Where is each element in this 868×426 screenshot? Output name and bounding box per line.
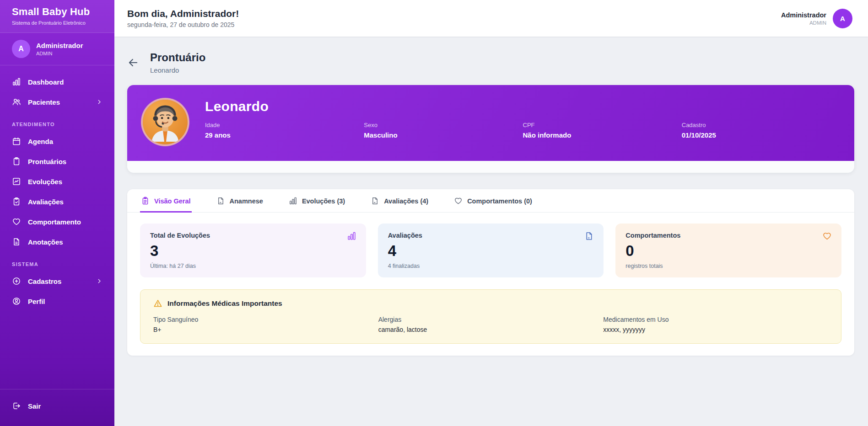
record-tabs-card: Visão Geral Anamnese Evoluções (3) Avali… (127, 189, 854, 356)
tab-content-visao-geral: Total de Evoluções 3 Última: há 27 dias … (127, 213, 854, 356)
field-label: Tipo Sanguíneo (153, 316, 378, 323)
sidebar-item-label: Cadastros (28, 277, 61, 285)
sidebar-item-label: Perfil (28, 298, 45, 305)
file-icon (216, 197, 225, 205)
clipboard-icon (12, 157, 21, 166)
tab-evolucoes[interactable]: Evoluções (3) (288, 189, 346, 213)
patient-field-idade: Idade 29 anos (205, 122, 364, 139)
sidebar-user-card[interactable]: A Administrador ADMIN (0, 33, 114, 65)
chevron-right-icon (96, 99, 102, 105)
stat-subtitle: Última: há 27 dias (150, 263, 356, 269)
field-value: camarão, lactose (378, 326, 604, 333)
page-title: Prontuário (150, 51, 205, 64)
plus-circle-icon (12, 277, 21, 286)
arrow-left-icon (127, 57, 139, 69)
stat-title: Avaliações (388, 232, 594, 239)
app-window: Small Baby Hub Sistema de Prontuário Ele… (0, 0, 868, 426)
sidebar-item-label: Dashboard (28, 78, 64, 86)
tab-bar: Visão Geral Anamnese Evoluções (3) Avali… (127, 189, 854, 213)
stat-subtitle: 4 finalizadas (388, 263, 594, 269)
file-icon (371, 197, 379, 205)
sidebar-section-atendimento: ATENDIMENTO (0, 112, 114, 131)
sidebar-item-anotacoes[interactable]: Anotações (0, 232, 114, 252)
medical-field-medicamentos: Medicamentos em Uso xxxxx, yyyyyyy (603, 316, 828, 333)
patient-banner: Leonardo Idade 29 anos Sexo Masculino (127, 85, 854, 161)
sidebar-item-cadastros[interactable]: Cadastros (0, 271, 114, 291)
logout-button[interactable]: Sair (0, 396, 114, 416)
bar-chart-icon (289, 197, 297, 205)
sidebar-item-label: Evoluções (28, 178, 62, 186)
page-head: Prontuário Leonardo (127, 51, 854, 74)
sidebar-item-avaliacoes[interactable]: Avaliações (0, 192, 114, 212)
tab-anamnese[interactable]: Anamnese (216, 189, 264, 213)
sidebar-item-evolucoes[interactable]: Evoluções (0, 171, 114, 192)
field-label: Idade (205, 122, 364, 128)
sidebar-item-label: Agenda (28, 138, 53, 145)
back-button[interactable] (127, 57, 139, 69)
stat-value: 3 (150, 242, 356, 260)
main-area: Bom dia, Administrador! segunda-feira, 2… (114, 0, 868, 426)
tab-avaliacoes[interactable]: Avaliações (4) (370, 189, 429, 213)
sidebar-user-avatar: A (12, 40, 30, 58)
tab-label: Avaliações (4) (384, 197, 428, 205)
stat-value: 4 (388, 242, 594, 260)
page-subtitle: Leonardo (150, 66, 205, 74)
topbar-user-name: Administrador (781, 11, 826, 19)
tab-visao-geral[interactable]: Visão Geral (140, 189, 192, 213)
sidebar-item-label: Prontuários (28, 158, 66, 165)
sidebar-item-prontuarios[interactable]: Prontuários (0, 151, 114, 171)
field-value: 29 anos (205, 131, 364, 139)
tab-label: Visão Geral (154, 197, 191, 205)
patient-fields: Idade 29 anos Sexo Masculino CPF Não inf… (205, 122, 841, 139)
logout-label: Sair (28, 402, 41, 410)
clipboard-check-icon (12, 197, 21, 206)
chevron-right-icon (96, 278, 102, 284)
field-value: 01/10/2025 (682, 131, 841, 139)
patient-avatar-illustration (143, 100, 188, 144)
field-label: CPF (523, 122, 682, 128)
sidebar-item-perfil[interactable]: Perfil (0, 291, 114, 311)
tab-label: Evoluções (3) (302, 197, 345, 205)
heart-icon (12, 217, 21, 226)
tab-label: Anamnese (230, 197, 263, 205)
field-label: Cadastro (682, 122, 841, 128)
users-icon (12, 97, 21, 106)
patient-avatar (141, 98, 189, 146)
heart-icon (822, 231, 832, 243)
patient-card-footer (127, 161, 854, 173)
sidebar-item-dashboard[interactable]: Dashboard (0, 72, 114, 92)
sidebar-item-agenda[interactable]: Agenda (0, 131, 114, 151)
sidebar-footer: Sair (0, 389, 114, 426)
medical-info-fields: Tipo Sanguíneo B+ Alergias camarão, lact… (153, 316, 828, 333)
field-label: Sexo (364, 122, 523, 128)
sidebar-section-sistema: SISTEMA (0, 252, 114, 271)
medical-info-box: Informações Médicas Importantes Tipo San… (140, 289, 841, 344)
trend-chart-icon (12, 177, 21, 186)
stats-row: Total de Evoluções 3 Última: há 27 dias … (140, 224, 841, 277)
greeting-date: segunda-feira, 27 de outubro de 2025 (127, 21, 239, 28)
field-label: Medicamentos em Uso (603, 316, 828, 323)
brand-title: Small Baby Hub (12, 6, 102, 18)
calendar-icon (12, 137, 21, 146)
brand: Small Baby Hub Sistema de Prontuário Ele… (0, 0, 114, 33)
note-icon (12, 237, 21, 246)
medical-field-tipo-sanguineo: Tipo Sanguíneo B+ (153, 316, 378, 333)
field-label: Alergias (378, 316, 604, 323)
stat-value: 0 (625, 242, 831, 260)
topbar-avatar[interactable]: A (833, 9, 852, 28)
stat-card-comportamentos: Comportamentos 0 registros totais (615, 224, 841, 277)
sidebar-item-pacientes[interactable]: Pacientes (0, 92, 114, 112)
sidebar-item-comportamento[interactable]: Comportamento (0, 212, 114, 232)
logout-icon (12, 401, 21, 410)
patient-name: Leonardo (205, 99, 841, 114)
bar-chart-icon (347, 231, 356, 243)
topbar-user-role: ADMIN (781, 20, 826, 26)
sidebar-item-label: Avaliações (28, 198, 64, 206)
sidebar-item-label: Pacientes (28, 98, 60, 106)
warning-icon (153, 299, 162, 308)
tab-comportamentos[interactable]: Comportamentos (0) (453, 189, 533, 213)
medical-info-header: Informações Médicas Importantes (153, 299, 828, 308)
field-value: Não informado (523, 131, 682, 139)
file-icon (584, 231, 594, 243)
sidebar-nav: Dashboard Pacientes ATENDIMENTO Agenda P… (0, 65, 114, 389)
